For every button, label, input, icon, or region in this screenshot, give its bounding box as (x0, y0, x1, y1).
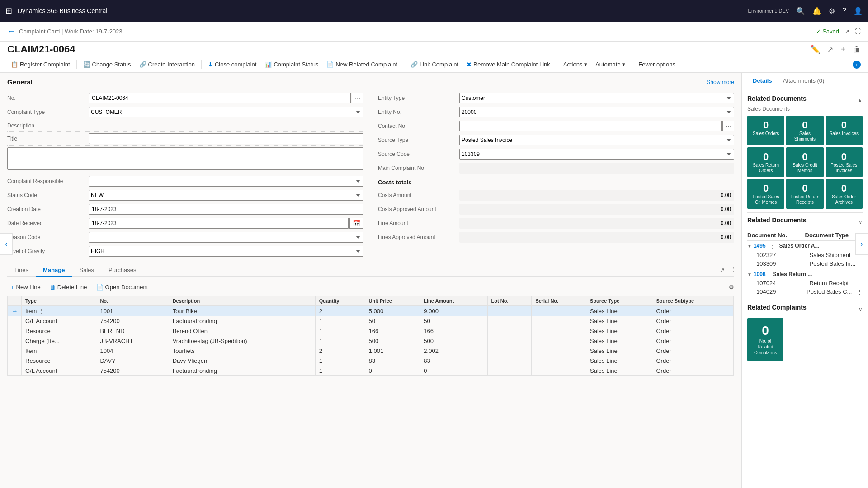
description-textarea[interactable] (7, 147, 363, 170)
sales-credit-memos-tile[interactable]: 0 Sales Credit Memos (786, 147, 823, 177)
status-code-select[interactable]: NEW (89, 190, 363, 201)
close-complaint-button[interactable]: ⬇ Close complaint (204, 59, 260, 70)
sales-order-archives-tile[interactable]: 0 Sales Order Archives (826, 179, 863, 209)
tab-expand-icon[interactable]: ⛶ (728, 267, 734, 273)
expand-icon[interactable]: ⛶ (855, 28, 861, 35)
group-1495-menu[interactable]: ⋮ (769, 242, 776, 249)
breadcrumb-left: ← Complaint Card | Work Date: 19-7-2023 (7, 27, 123, 36)
sales-return-orders-label: Sales Return Orders (750, 163, 782, 174)
info-button[interactable]: i (853, 61, 861, 69)
posted-sales-invoices-tile[interactable]: 0 Posted Sales Invoices (826, 147, 863, 177)
share-icon[interactable]: ↗ (844, 28, 849, 35)
related-doc-group-1495-header[interactable]: ▼ 1495 ⋮ Sales Order A... (747, 241, 863, 251)
date-picker-button[interactable]: 📅 (349, 218, 363, 229)
table-row[interactable]: Item1004Tourfiets21.0012.002Sales LineOr… (8, 346, 734, 356)
row-menu-button[interactable]: ⋮ (38, 307, 45, 314)
nav-arrow-left[interactable]: ‹ (0, 233, 13, 255)
waffle-icon[interactable]: ⊞ (5, 6, 12, 16)
cell-source-type: Sales Line (586, 326, 652, 336)
sales-return-orders-tile[interactable]: 0 Sales Return Orders (747, 147, 784, 177)
no-input[interactable] (89, 93, 351, 103)
right-tab-details[interactable]: Details (747, 73, 778, 89)
posted-return-receipts-tile[interactable]: 0 Posted Return Receipts (786, 179, 823, 209)
table-row[interactable]: ResourceDAVYDavy Vliegen18383Sales LineO… (8, 356, 734, 366)
line-settings-icon[interactable]: ⚙ (729, 284, 734, 291)
automate-button[interactable]: Automate ▾ (592, 59, 629, 70)
tab-lines[interactable]: Lines (7, 264, 36, 277)
link-complaint-button[interactable]: 🔗 Link Complaint (407, 59, 462, 70)
remove-main-complaint-link-button[interactable]: ✖ Remove Main Complaint Link (463, 59, 554, 70)
sales-orders-tile[interactable]: 0 Sales Orders (747, 116, 784, 145)
tab-sales[interactable]: Sales (72, 264, 101, 277)
new-line-button[interactable]: + New Line (7, 282, 44, 292)
tab-purchases[interactable]: Purchases (101, 264, 143, 277)
user-avatar[interactable]: 👤 (854, 7, 863, 15)
delete-line-button[interactable]: 🗑 Delete Line (46, 282, 91, 292)
create-interaction-button[interactable]: 🔗 Create Interaction (136, 59, 198, 70)
col-unit-price: Unit Price (365, 296, 420, 306)
new-related-complaint-button[interactable]: 📄 New Related Complaint (323, 59, 401, 70)
cell-description: Factuurafronding (169, 366, 315, 376)
tab-manage[interactable]: Manage (36, 264, 72, 277)
complaint-type-select[interactable]: CUSTOMER (89, 107, 363, 117)
search-icon[interactable]: 🔍 (796, 7, 805, 15)
level-of-gravity-select[interactable]: HIGH (89, 246, 363, 257)
date-received-input[interactable] (89, 218, 349, 229)
open-document-button[interactable]: 📄 Open Document (93, 282, 152, 292)
sales-invoices-tile[interactable]: 0 Sales Invoices (826, 116, 863, 145)
contact-no-lookup-button[interactable]: ··· (722, 121, 734, 131)
actions-button[interactable]: Actions ▾ (560, 59, 591, 70)
edit-icon[interactable]: ✏️ (810, 44, 820, 54)
related-complaints-tile[interactable]: 0 No. of Related Complaints (747, 318, 783, 361)
related-docs-list-chevron[interactable]: ∨ (859, 219, 863, 225)
cell-source-subtype: Order (652, 316, 734, 326)
fewer-options-button[interactable]: Fewer options (635, 59, 679, 70)
complaint-responsible-select[interactable] (89, 176, 363, 187)
right-tab-attachments[interactable]: Attachments (0) (778, 73, 830, 89)
title-input[interactable] (89, 133, 363, 144)
entity-no-select[interactable]: 20000 (459, 107, 734, 117)
cell-serial-no (532, 326, 586, 336)
reason-code-label: Reason Code (7, 234, 89, 240)
cell-line-amount: 166 (420, 326, 487, 336)
related-doc-group-1008-header[interactable]: ▼ 1008 Sales Return ... (747, 270, 863, 279)
related-doc-child-103309: 103309 Posted Sales In... (747, 259, 863, 268)
entity-type-select[interactable]: Customer (459, 93, 734, 103)
creation-date-input[interactable] (89, 204, 363, 215)
no-lookup-button[interactable]: ··· (352, 93, 363, 103)
tabs-section: Lines Manage Sales Purchases ↗ ⛶ + New L… (7, 264, 734, 376)
description-label: Description (7, 122, 89, 129)
table-row[interactable]: G/L Account754200Factuurafronding15050Sa… (8, 316, 734, 326)
contact-no-input[interactable] (459, 121, 722, 131)
source-code-select[interactable]: 103309 (459, 149, 734, 160)
child-104029-menu[interactable]: ⋮ (857, 288, 863, 295)
source-type-select[interactable]: Posted Sales Invoice (459, 135, 734, 145)
posted-sales-cr-memos-tile[interactable]: 0 Posted Sales Cr. Memos (747, 179, 784, 209)
settings-icon[interactable]: ⚙ (829, 7, 835, 15)
share-doc-icon[interactable]: ↗ (827, 45, 833, 54)
table-row[interactable]: ResourceBERENDBerend Otten1166166Sales L… (8, 326, 734, 336)
register-complaint-button[interactable]: 📋 Register Complaint (7, 59, 74, 70)
back-button[interactable]: ← (7, 27, 15, 36)
reason-code-select[interactable] (89, 232, 363, 243)
level-of-gravity-row: Level of Gravity HIGH (7, 244, 363, 258)
cell-lot-no (487, 316, 532, 326)
tab-share-icon[interactable]: ↗ (720, 267, 725, 273)
delete-icon[interactable]: 🗑 (853, 45, 861, 54)
table-row[interactable]: Charge (Ite...JB-VRACHTVrachttoeslag (JB… (8, 336, 734, 346)
cell-no: JB-VRACHT (96, 336, 169, 346)
add-icon[interactable]: + (840, 45, 845, 54)
related-docs-collapse-icon[interactable]: ▲ (857, 97, 863, 103)
general-section-header: General Show more (7, 78, 734, 86)
notifications-icon[interactable]: 🔔 (812, 7, 821, 15)
related-complaints-chevron[interactable]: ∨ (859, 306, 863, 312)
cell-description: Davy Vliegen (169, 356, 315, 366)
change-status-button[interactable]: 🔄 Change Status (80, 59, 135, 70)
nav-arrow-right[interactable]: › (855, 233, 868, 255)
help-icon[interactable]: ? (842, 7, 846, 15)
table-row[interactable]: →Item⋮1001Tour Bike25.0009.000Sales Line… (8, 306, 734, 316)
table-row[interactable]: G/L Account754200Factuurafronding100Sale… (8, 366, 734, 376)
show-more-link[interactable]: Show more (707, 79, 734, 85)
complaint-status-button[interactable]: 📊 Complaint Status (261, 59, 322, 70)
sales-shipments-tile[interactable]: 0 Sales Shipments (786, 116, 823, 145)
